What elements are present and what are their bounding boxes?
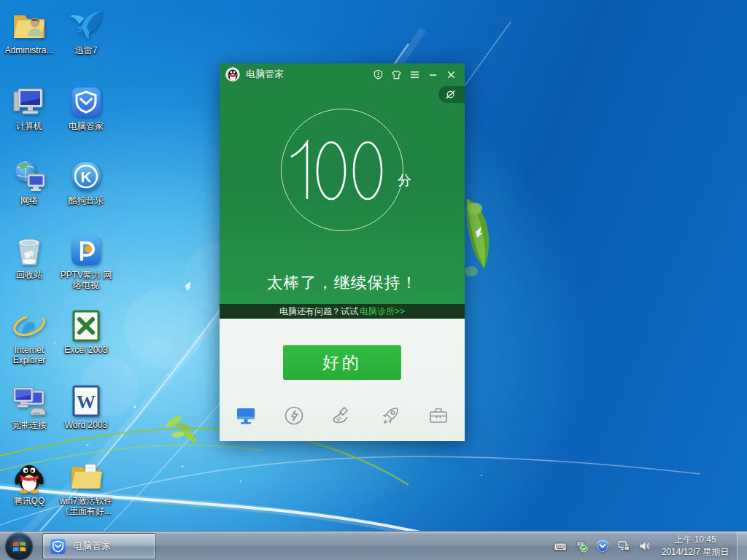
security-message-icon[interactable] xyxy=(370,66,386,82)
desktop-icon-pc-manager[interactable]: 电脑管家 xyxy=(58,85,114,131)
nav-cleanup-icon[interactable] xyxy=(328,401,357,430)
taskbar: 电脑管家 上午 10:45 2014/12/7 星期日 xyxy=(0,531,747,560)
close-icon[interactable] xyxy=(443,66,459,82)
desktop-icon-computer[interactable]: 计算机 xyxy=(1,85,57,131)
desktop-icon-kugou-music[interactable]: K酷狗音乐 xyxy=(58,159,114,206)
desktop-icon-label: 回收站 xyxy=(1,270,57,280)
pc-manager-icon xyxy=(58,85,114,120)
desktop-icon-label: 计算机 xyxy=(1,121,57,131)
window-titlebar: 电脑管家 xyxy=(220,63,465,85)
desktop-icon-qq[interactable]: 腾讯QQ xyxy=(1,459,57,506)
qq-avatar-icon[interactable] xyxy=(225,67,240,82)
excel-icon xyxy=(58,308,114,343)
desktop-icon-broadband[interactable]: 宽带连接 xyxy=(1,384,57,430)
taskbar-app-label: 电脑管家 xyxy=(73,540,111,553)
desktop-icons: Administra...迅雷7计算机电脑管家网络K酷狗音乐回收站PPTV聚力 … xyxy=(1,0,118,531)
desktop-icon-label: 酷狗音乐 xyxy=(58,195,114,206)
folder-icon xyxy=(58,459,114,494)
recycle-bin-icon xyxy=(1,233,57,268)
svg-text:W: W xyxy=(77,392,96,413)
desktop-icon-user-folder[interactable]: Administra... xyxy=(1,9,57,55)
desktop-icon-recycle-bin[interactable]: 回收站 xyxy=(1,233,57,280)
score-unit: 分 xyxy=(398,171,411,190)
desktop: Administra...迅雷7计算机电脑管家网络K酷狗音乐回收站PPTV聚力 … xyxy=(0,0,747,560)
window-title: 电脑管家 xyxy=(246,68,370,81)
score-value xyxy=(287,136,396,203)
taskbar-app-pc-manager[interactable]: 电脑管家 xyxy=(42,533,156,559)
ime-keyboard-icon[interactable] xyxy=(553,539,568,553)
desktop-icon-label: 电脑管家 xyxy=(58,121,114,131)
nav-toolbox-icon[interactable] xyxy=(424,401,453,430)
ok-button[interactable]: 好的 xyxy=(283,345,401,380)
desktop-icon-pptv[interactable]: PPTV聚力 网络电视 xyxy=(58,233,114,290)
network-tray-icon[interactable] xyxy=(616,539,631,553)
nav-speedup-rocket-icon[interactable] xyxy=(376,401,405,430)
bottom-nav xyxy=(220,397,465,434)
nav-exam-monitor-icon[interactable] xyxy=(231,401,260,430)
desktop-icon-excel[interactable]: Excel 2003 xyxy=(58,308,114,355)
pc-manager-icon xyxy=(49,537,67,556)
qq-icon xyxy=(1,459,57,494)
nav-virus-scan-icon[interactable] xyxy=(279,401,309,430)
network-icon xyxy=(1,159,57,194)
clock-time: 上午 10:45 xyxy=(674,534,716,546)
desktop-icon-label: 迅雷7 xyxy=(58,45,114,55)
clock-date: 2014/12/7 星期日 xyxy=(662,546,729,559)
usb-eject-icon[interactable] xyxy=(574,539,589,553)
desktop-icon-thunder-bird[interactable]: 迅雷7 xyxy=(58,9,114,55)
minimize-icon[interactable] xyxy=(425,66,441,82)
desktop-icon-label: Excel 2003 xyxy=(58,345,114,355)
desktop-icon-network[interactable]: 网络 xyxy=(1,159,57,206)
svg-text:e: e xyxy=(23,311,35,341)
user-folder-icon xyxy=(1,9,57,44)
desktop-icon-ie[interactable]: eInternet Explorer xyxy=(1,308,57,365)
titlebar-actions xyxy=(370,66,459,82)
volume-icon[interactable] xyxy=(638,539,652,553)
desktop-icon-folder[interactable]: win7激活软件 （里面有好... xyxy=(58,459,114,516)
pptv-icon xyxy=(58,233,114,268)
broadband-icon xyxy=(1,384,57,419)
desktop-icon-label: Internet Explorer xyxy=(1,345,57,365)
system-tray xyxy=(553,532,652,560)
pc-manager-tray-icon[interactable] xyxy=(595,539,610,553)
start-button[interactable] xyxy=(5,532,33,560)
ie-icon: e xyxy=(1,308,57,343)
desktop-icon-label: Administra... xyxy=(1,45,57,55)
promo-bar: 电脑还有问题？试试 电脑诊所>> xyxy=(220,304,465,319)
taskbar-clock[interactable]: 上午 10:45 2014/12/7 星期日 xyxy=(655,532,735,560)
skin-icon[interactable] xyxy=(388,66,404,82)
menu-icon[interactable] xyxy=(406,66,422,82)
clinic-link[interactable]: 电脑诊所>> xyxy=(360,306,405,318)
window-body: 好的 xyxy=(220,319,465,441)
desktop-icon-label: 网络 xyxy=(1,195,57,206)
word-icon: W xyxy=(58,384,114,419)
show-desktop-button[interactable] xyxy=(737,532,747,560)
desktop-icon-label: 宽带连接 xyxy=(1,420,57,430)
windows-logo-icon xyxy=(11,538,28,555)
desktop-icon-label: Word 2003 xyxy=(58,420,114,430)
desktop-icon-word[interactable]: WWord 2003 xyxy=(58,384,114,430)
computer-icon xyxy=(1,85,57,120)
thunder-bird-icon xyxy=(58,9,114,44)
score-message: 太棒了，继续保持！ xyxy=(220,272,465,294)
planet-icon[interactable] xyxy=(438,86,465,103)
window-header: 电脑管家 分 太棒了，继续保持！ xyxy=(220,63,465,304)
promo-text: 电脑还有问题？试试 xyxy=(279,306,358,318)
desktop-icon-label: 腾讯QQ xyxy=(1,496,57,506)
leaf-art xyxy=(465,198,489,276)
desktop-icon-label: win7激活软件 （里面有好... xyxy=(58,496,114,516)
pc-manager-window: 电脑管家 分 太棒了，继续保持！ 电脑还有问题？试试 电脑诊所>> 好的 xyxy=(220,63,465,441)
desktop-icon-label: PPTV聚力 网络电视 xyxy=(58,270,114,290)
kugou-music-icon: K xyxy=(58,159,114,194)
svg-text:K: K xyxy=(80,168,91,185)
